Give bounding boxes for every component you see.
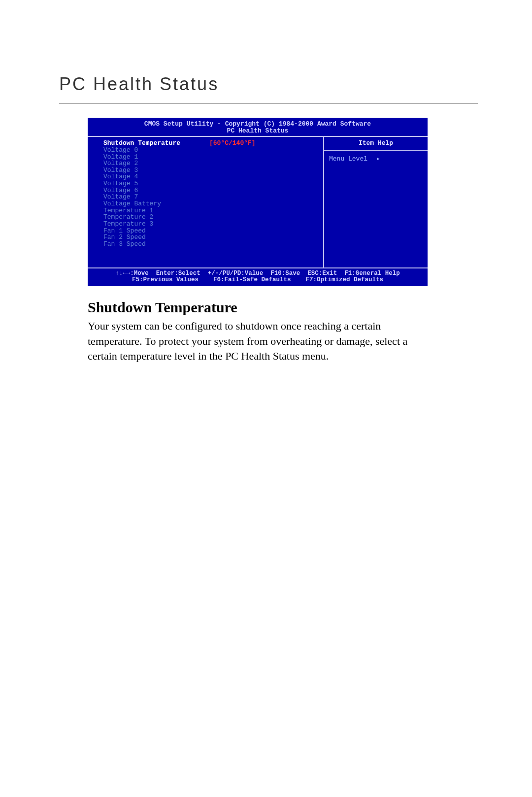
bios-label-shutdown-temperature: Shutdown Temperature — [103, 140, 209, 147]
bios-main-panel: Shutdown Temperature [60°C/140°F] Voltag… — [88, 136, 428, 268]
bios-row-voltage-battery[interactable]: Voltage Battery — [103, 200, 318, 207]
bios-help-panel: Item Help Menu Level▸ — [323, 136, 428, 267]
bios-row-shutdown-temperature[interactable]: Shutdown Temperature [60°C/140°F] — [103, 140, 318, 147]
page-title: PC Health Status — [59, 74, 478, 104]
bios-row-voltage-4[interactable]: Voltage 4 — [103, 173, 318, 180]
bios-footer-line1: ↑↓←→:Move Enter:Select +/-/PU/PD:Value F… — [115, 270, 400, 277]
bios-row-voltage-2[interactable]: Voltage 2 — [103, 160, 318, 167]
bios-row-temperature-3[interactable]: Temperature 3 — [103, 221, 318, 228]
bios-row-voltage-5[interactable]: Voltage 5 — [103, 180, 318, 187]
bios-help-body: Menu Level▸ — [324, 151, 428, 167]
bios-footer-hints: ↑↓←→:Move Enter:Select +/-/PU/PD:Value F… — [88, 268, 428, 286]
bios-row-fan-1-speed[interactable]: Fan 1 Speed — [103, 228, 318, 234]
bios-footer-line2: F5:Previous Values F6:Fail-Safe Defaults… — [132, 276, 383, 283]
bios-settings-list: Shutdown Temperature [60°C/140°F] Voltag… — [88, 136, 323, 267]
bios-row-voltage-6[interactable]: Voltage 6 — [103, 187, 318, 194]
bios-setup-screenshot: CMOS Setup Utility - Copyright (C) 1984-… — [88, 118, 428, 286]
bios-header-line2: PC Health Status — [227, 127, 289, 134]
description-heading: Shutdown Temperature — [88, 299, 428, 316]
bios-row-voltage-3[interactable]: Voltage 3 — [103, 167, 318, 174]
bios-row-voltage-0[interactable]: Voltage 0 — [103, 147, 318, 154]
bios-value-shutdown-temperature: [60°C/140°F] — [209, 140, 256, 147]
chevron-right-icon: ▸ — [376, 155, 380, 163]
bios-row-fan-2-speed[interactable]: Fan 2 Speed — [103, 234, 318, 241]
bios-header: CMOS Setup Utility - Copyright (C) 1984-… — [88, 121, 428, 136]
description-body: Your system can be configured to shutdow… — [88, 319, 428, 364]
bios-row-fan-3-speed[interactable]: Fan 3 Speed — [103, 241, 318, 248]
description-section: Shutdown Temperature Your system can be … — [88, 299, 428, 364]
bios-row-voltage-1[interactable]: Voltage 1 — [103, 154, 318, 161]
bios-help-title: Item Help — [324, 137, 428, 151]
bios-row-temperature-2[interactable]: Temperature 2 — [103, 214, 318, 221]
menu-level-label: Menu Level — [329, 155, 367, 163]
bios-row-voltage-7[interactable]: Voltage 7 — [103, 194, 318, 200]
bios-row-temperature-1[interactable]: Temperature 1 — [103, 207, 318, 214]
